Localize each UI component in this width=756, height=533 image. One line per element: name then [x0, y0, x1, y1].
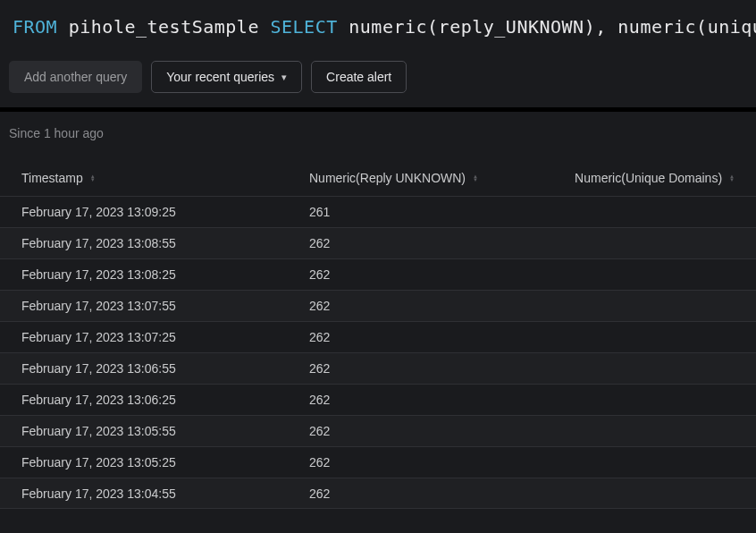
sort-icon: ▲▼ [729, 174, 735, 182]
add-another-query-label: Add another query [24, 70, 127, 84]
cell-timestamp: February 17, 2023 13:06:55 [21, 361, 309, 376]
table-row[interactable]: February 17, 2023 13:04:55262 [0, 478, 756, 509]
table-row[interactable]: February 17, 2023 13:08:55262 [0, 227, 756, 258]
cell-timestamp: February 17, 2023 13:09:25 [21, 205, 309, 219]
sort-icon: ▲▼ [473, 174, 478, 182]
column-header-timestamp[interactable]: Timestamp ▲▼ [21, 171, 309, 185]
cell-reply-unknown: 262 [309, 330, 524, 344]
table-row[interactable]: February 17, 2023 13:06:55262 [0, 352, 756, 384]
cell-reply-unknown: 262 [309, 486, 524, 501]
keyword-from: FROM [13, 16, 57, 38]
cell-timestamp: February 17, 2023 13:07:25 [21, 330, 309, 344]
column-header-reply-unknown-label: Numeric(Reply UNKNOWN) [309, 171, 466, 185]
cell-reply-unknown: 262 [309, 393, 524, 407]
chevron-down-icon: ▾ [281, 72, 287, 83]
query-func1: numeric [349, 16, 427, 38]
table-row[interactable]: February 17, 2023 13:05:25262 [0, 446, 756, 478]
cell-reply-unknown: 262 [309, 455, 524, 470]
cell-reply-unknown: 262 [309, 267, 524, 282]
table-row[interactable]: February 17, 2023 13:07:55262 [0, 290, 756, 321]
results-table: Timestamp ▲▼ Numeric(Reply UNKNOWN) ▲▼ N… [0, 160, 756, 509]
query-func2: numeric [617, 16, 696, 38]
cell-timestamp: February 17, 2023 13:08:25 [21, 267, 309, 282]
table-row[interactable]: February 17, 2023 13:09:25261 [0, 196, 756, 227]
keyword-select: SELECT [270, 16, 337, 38]
table-row[interactable]: February 17, 2023 13:07:25262 [0, 321, 756, 352]
table-row[interactable]: February 17, 2023 13:05:55262 [0, 415, 756, 446]
table-row[interactable]: February 17, 2023 13:08:25262 [0, 258, 756, 290]
table-header-row: Timestamp ▲▼ Numeric(Reply UNKNOWN) ▲▼ N… [0, 160, 756, 196]
cell-reply-unknown: 261 [309, 205, 524, 219]
create-alert-label: Create alert [326, 70, 391, 84]
recent-queries-label: Your recent queries [166, 70, 274, 84]
column-header-reply-unknown[interactable]: Numeric(Reply UNKNOWN) ▲▼ [309, 171, 524, 185]
create-alert-button[interactable]: Create alert [311, 61, 407, 93]
cell-timestamp: February 17, 2023 13:04:55 [21, 486, 309, 501]
column-header-unique-domains-label: Numeric(Unique Domains) [575, 171, 722, 185]
column-header-timestamp-label: Timestamp [21, 171, 83, 185]
cell-timestamp: February 17, 2023 13:08:55 [21, 236, 309, 250]
cell-timestamp: February 17, 2023 13:07:55 [21, 299, 309, 313]
cell-reply-unknown: 262 [309, 361, 524, 376]
sort-icon: ▲▼ [90, 174, 96, 182]
query-comma: , [595, 16, 607, 38]
cell-timestamp: February 17, 2023 13:05:25 [21, 455, 309, 470]
query-toolbar: Add another query Your recent queries ▾ … [0, 54, 756, 107]
query-editor[interactable]: FROM pihole_testSample SELECT numeric(re… [0, 0, 756, 54]
query-arg1: reply_UNKNOWN [439, 16, 584, 38]
time-range-label: Since 1 hour ago [0, 112, 756, 160]
cell-reply-unknown: 262 [309, 299, 524, 313]
query-table: pihole_testSample [69, 16, 259, 38]
query-arg2: unique_domains [708, 16, 756, 38]
add-another-query-button[interactable]: Add another query [9, 61, 142, 93]
recent-queries-dropdown[interactable]: Your recent queries ▾ [151, 61, 302, 93]
cell-reply-unknown: 262 [309, 424, 524, 438]
cell-timestamp: February 17, 2023 13:05:55 [21, 424, 309, 438]
column-header-unique-domains[interactable]: Numeric(Unique Domains) ▲▼ [524, 171, 735, 185]
table-row[interactable]: February 17, 2023 13:06:25262 [0, 384, 756, 415]
cell-reply-unknown: 262 [309, 236, 524, 250]
cell-timestamp: February 17, 2023 13:06:25 [21, 393, 309, 407]
